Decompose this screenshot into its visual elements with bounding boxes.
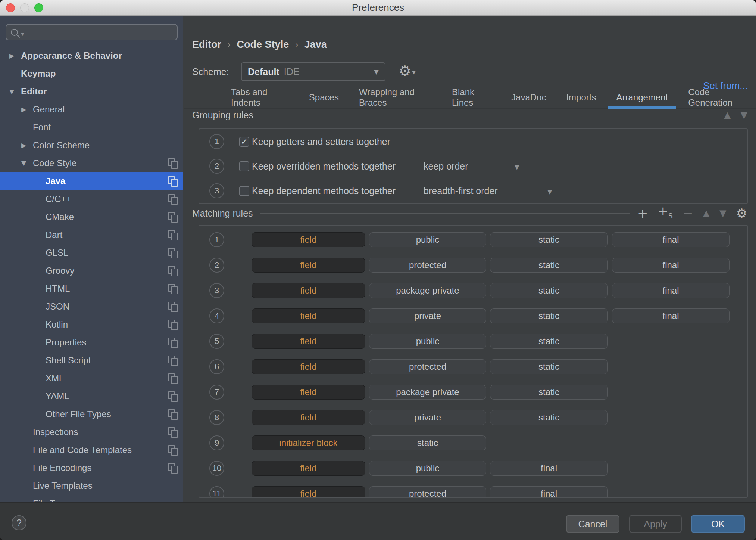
sidebar-item-color-scheme[interactable]: ▶Color Scheme (0, 136, 183, 154)
modifier-tag[interactable]: static (490, 308, 608, 323)
search-options-caret-icon[interactable]: ▼ (21, 32, 24, 37)
add-rule-icon[interactable]: + (637, 208, 648, 219)
copy-scheme-icon[interactable] (168, 266, 178, 276)
modifier-tag[interactable]: final (490, 461, 608, 476)
modifier-tag[interactable]: protected (369, 258, 486, 273)
minimize-button[interactable] (20, 3, 29, 12)
sidebar-item-font[interactable]: Font (0, 118, 183, 136)
modifier-tag[interactable]: final (612, 258, 730, 273)
copy-scheme-icon[interactable] (168, 409, 178, 419)
copy-scheme-icon[interactable] (168, 248, 178, 258)
copy-scheme-icon[interactable] (168, 319, 178, 330)
copy-scheme-icon[interactable] (168, 445, 178, 455)
modifier-tag[interactable]: static (490, 232, 608, 247)
modifier-tag[interactable]: protected (369, 486, 486, 498)
copy-scheme-icon[interactable] (168, 212, 178, 222)
modifier-tag[interactable]: private (369, 410, 486, 425)
sidebar-item-kotlin[interactable]: Kotlin (0, 316, 183, 333)
close-button[interactable] (6, 3, 15, 12)
breadcrumb-editor[interactable]: Editor (192, 39, 221, 50)
order-dropdown[interactable]: keep order (424, 154, 468, 179)
sidebar-item-json[interactable]: JSON (0, 298, 183, 316)
sidebar-item-shell-script[interactable]: Shell Script (0, 351, 183, 369)
modifier-tag[interactable]: private (369, 308, 486, 323)
tab-blank-lines[interactable]: Blank Lines (442, 87, 501, 108)
chevron-down-icon[interactable]: ▼ (9, 88, 14, 95)
entry-type-tag[interactable]: field (252, 359, 365, 374)
modifier-tag[interactable]: static (490, 385, 608, 400)
checkbox-unchecked[interactable] (239, 186, 249, 196)
settings-gear-icon[interactable]: ⚙ (736, 208, 747, 219)
checkbox-unchecked[interactable] (239, 161, 249, 171)
sidebar-item-html[interactable]: HTML (0, 280, 183, 298)
sidebar-item-editor[interactable]: ▼Editor (0, 83, 183, 100)
sidebar-item-cmake[interactable]: CMake (0, 208, 183, 226)
entry-type-tag[interactable]: field (252, 486, 365, 498)
copy-scheme-icon[interactable] (168, 158, 178, 168)
chevron-right-icon[interactable]: ▶ (21, 106, 26, 113)
tab-javadoc[interactable]: JavaDoc (501, 87, 556, 108)
copy-scheme-icon[interactable] (168, 391, 178, 401)
sidebar-item-dart[interactable]: Dart (0, 226, 183, 244)
modifier-tag[interactable]: static (490, 283, 608, 298)
sidebar-item-other-file-types[interactable]: Other File Types (0, 405, 183, 423)
move-up-icon[interactable]: ▲ (724, 110, 731, 120)
sidebar-item-general[interactable]: ▶General (0, 100, 183, 118)
settings-search[interactable]: ▼ (6, 24, 178, 40)
sidebar-item-java[interactable]: Java (0, 172, 183, 190)
remove-rule-icon[interactable]: − (682, 208, 693, 219)
modifier-tag[interactable]: static (490, 359, 608, 374)
apply-button[interactable]: Apply (629, 515, 682, 533)
entry-type-tag[interactable]: field (252, 410, 365, 425)
help-button[interactable]: ? (12, 515, 26, 530)
modifier-tag[interactable]: package private (369, 283, 486, 298)
scheme-actions-gear-icon[interactable]: ⚙▼ (399, 63, 411, 79)
sidebar-item-appearance-behavior[interactable]: ▶Appearance & Behavior (0, 47, 183, 65)
copy-scheme-icon[interactable] (168, 355, 178, 366)
sidebar-item-file-encodings[interactable]: File Encodings (0, 459, 183, 477)
move-down-icon[interactable]: ▼ (719, 208, 726, 218)
copy-scheme-icon[interactable] (168, 463, 178, 473)
breadcrumb-code-style[interactable]: Code Style (237, 39, 289, 50)
modifier-tag[interactable]: static (490, 410, 608, 425)
modifier-tag[interactable]: static (369, 435, 486, 450)
entry-type-tag[interactable]: field (252, 385, 365, 400)
modifier-tag[interactable]: public (369, 461, 486, 476)
chevron-right-icon[interactable]: ▶ (9, 52, 14, 59)
copy-scheme-icon[interactable] (168, 427, 178, 437)
copy-scheme-icon[interactable] (168, 194, 178, 204)
sidebar-item-file-types[interactable]: File Types (0, 495, 183, 502)
chevron-down-icon[interactable]: ▼ (21, 159, 26, 167)
sidebar-item-glsl[interactable]: GLSL (0, 244, 183, 262)
sidebar-item-keymap[interactable]: Keymap (0, 65, 183, 83)
cancel-button[interactable]: Cancel (566, 515, 619, 533)
copy-scheme-icon[interactable] (168, 283, 178, 294)
sidebar-item-code-style[interactable]: ▼Code Style (0, 154, 183, 172)
entry-type-tag[interactable]: field (252, 334, 365, 349)
sidebar-item-inspections[interactable]: Inspections (0, 423, 183, 441)
modifier-tag[interactable]: public (369, 334, 486, 349)
copy-scheme-icon[interactable] (168, 176, 178, 186)
modifier-tag[interactable]: public (369, 232, 486, 247)
add-section-rule-icon[interactable]: +S (658, 205, 673, 221)
modifier-tag[interactable]: final (612, 308, 730, 323)
sidebar-item-groovy[interactable]: Groovy (0, 262, 183, 280)
chevron-right-icon[interactable]: ▶ (21, 142, 26, 149)
search-input[interactable] (24, 27, 158, 37)
entry-type-tag[interactable]: field (252, 283, 365, 298)
sidebar-item-live-templates[interactable]: Live Templates (0, 477, 183, 495)
copy-scheme-icon[interactable] (168, 301, 178, 312)
modifier-tag[interactable]: final (612, 283, 730, 298)
ok-button[interactable]: OK (691, 515, 745, 533)
entry-type-tag[interactable]: field (252, 258, 365, 273)
tab-imports[interactable]: Imports (556, 87, 606, 108)
copy-scheme-icon[interactable] (168, 230, 178, 240)
sidebar-item-properties[interactable]: Properties (0, 333, 183, 351)
tab-code-generation[interactable]: Code Generation (678, 87, 756, 108)
zoom-button[interactable] (34, 3, 43, 12)
tab-arrangement[interactable]: Arrangement (606, 87, 678, 108)
modifier-tag[interactable]: final (612, 232, 730, 247)
entry-type-tag[interactable]: initializer block (252, 435, 365, 450)
entry-type-tag[interactable]: field (252, 461, 365, 476)
copy-scheme-icon[interactable] (168, 373, 178, 384)
